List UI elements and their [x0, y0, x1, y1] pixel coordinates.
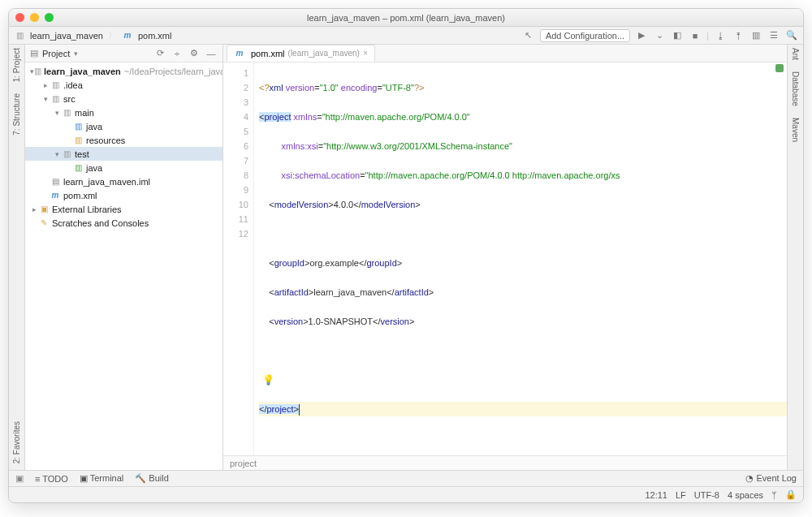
project-panel-label[interactable]: Project [42, 49, 70, 58]
run-icon[interactable]: ▶ [635, 29, 648, 42]
lock-icon[interactable]: 🔒 [785, 489, 797, 500]
tree-node[interactable]: ▾test [25, 147, 222, 161]
code-text[interactable]: <?xml version="1.0" encoding="UTF-8"?> <… [254, 62, 787, 455]
gear-icon[interactable]: ⚙ [188, 47, 201, 60]
indent-setting[interactable]: 4 spaces [728, 490, 763, 500]
zoom-window-button[interactable] [45, 13, 54, 22]
line-number[interactable]: 2 [223, 80, 248, 95]
text-caret [299, 404, 300, 416]
xml-file-icon [122, 30, 133, 41]
status-bar: 12:11 LF UTF-8 4 spaces ᛘ 🔒 [9, 486, 803, 502]
close-window-button[interactable] [15, 13, 24, 22]
breadcrumb-file[interactable]: pom.xml [122, 30, 172, 41]
stop-icon[interactable]: ■ [689, 29, 702, 42]
tree-node[interactable]: ▾src [25, 92, 222, 106]
tree-node[interactable]: ▸External Libraries [25, 202, 222, 216]
sync-icon[interactable]: ⟳ [153, 47, 166, 60]
toolwindow-toggle-icon[interactable]: ▣ [15, 473, 24, 484]
tree-disclosure-icon[interactable]: ▾ [53, 150, 61, 158]
tree-node-label: main [75, 108, 94, 118]
tool-tab-project[interactable]: 1: Project [12, 48, 21, 82]
folder-icon [14, 30, 25, 41]
tree-node-label: pom.xml [63, 191, 97, 200]
navigation-bar: learn_java_maven 〉 pom.xml ↖ Add Configu… [9, 27, 803, 45]
ext-icon [38, 204, 50, 215]
tree-node-label: Scratches and Consoles [52, 218, 149, 228]
tree-node[interactable]: learn_java_maven.iml [25, 174, 222, 188]
editor-tab-label: pom.xml [251, 49, 285, 58]
intention-bulb-icon[interactable]: 💡 [262, 373, 274, 387]
divide-icon[interactable]: ÷ [171, 47, 184, 60]
tree-disclosure-icon[interactable]: ▾ [41, 95, 50, 103]
close-tab-icon[interactable]: × [363, 49, 368, 58]
debug-icon[interactable]: ⌄ [653, 29, 666, 42]
ide-window: learn_java_maven – pom.xml (learn_java_m… [8, 8, 804, 503]
folder-icon [50, 93, 61, 105]
tree-node[interactable]: Scratches and Consoles [25, 216, 222, 230]
right-tool-strip: Ant Database Maven [787, 45, 803, 470]
cursor-position[interactable]: 12:11 [645, 490, 667, 500]
line-number[interactable]: 5 [223, 124, 248, 139]
tool-tab-build[interactable]: 🔨 Build [135, 473, 169, 484]
line-separator[interactable]: LF [676, 490, 686, 500]
collapse-icon[interactable]: — [205, 47, 218, 60]
coverage-icon[interactable]: ◧ [671, 29, 684, 42]
window-controls [15, 13, 54, 22]
line-number[interactable]: 10 [223, 197, 248, 212]
tool-tab-terminal[interactable]: ▣ Terminal [80, 473, 123, 484]
bottom-tool-bar: ▣ ≡ TODO ▣ Terminal 🔨 Build ◔ Event Log [9, 470, 803, 486]
event-log-button[interactable]: ◔ Event Log [745, 473, 797, 484]
tree-node-label: java [86, 163, 102, 173]
tree-node-label: learn_java_maven [44, 67, 121, 76]
line-number[interactable]: 7 [223, 153, 248, 168]
editor-breadcrumb-item[interactable]: project [230, 459, 257, 468]
project-tree[interactable]: ▾learn_java_maven~/IdeaProjects/learn_ja… [25, 62, 222, 470]
hierarchy-icon[interactable]: ☰ [767, 29, 780, 42]
chevron-down-icon[interactable]: ▾ [74, 50, 78, 58]
line-number[interactable]: 12 [223, 226, 248, 241]
tree-node[interactable]: ▾main [25, 106, 222, 119]
line-number[interactable]: 6 [223, 139, 248, 153]
tree-node[interactable]: pom.xml [25, 188, 222, 202]
show-icon[interactable]: ▥ [749, 29, 762, 42]
editor-tab-sublabel: (learn_java_maven) [288, 49, 360, 58]
tree-disclosure-icon[interactable]: ▾ [53, 109, 61, 117]
breadcrumb: learn_java_maven 〉 pom.xml [14, 29, 171, 41]
tool-tab-structure[interactable]: 7: Structure [12, 93, 21, 136]
tree-node-label: .idea [63, 80, 83, 90]
minimize-window-button[interactable] [30, 13, 39, 22]
breadcrumb-separator: 〉 [108, 29, 117, 41]
tool-tab-todo[interactable]: ≡ TODO [35, 474, 68, 484]
editor-breadcrumb[interactable]: project [223, 455, 787, 470]
tree-node[interactable]: ▾learn_java_maven~/IdeaProjects/learn_ja… [25, 64, 222, 78]
tool-tab-database[interactable]: Database [791, 71, 800, 106]
wand-icon[interactable]: ↖ [522, 29, 535, 42]
file-encoding[interactable]: UTF-8 [694, 490, 719, 500]
add-configuration-button[interactable]: Add Configuration... [540, 29, 630, 42]
breadcrumb-root[interactable]: learn_java_maven [14, 30, 103, 41]
tree-node[interactable]: ▸.idea [25, 78, 222, 92]
tree-node[interactable]: java [25, 119, 222, 133]
tool-tab-ant[interactable]: Ant [791, 48, 800, 60]
tree-node-label: java [86, 122, 102, 131]
editor-tab-pomxml[interactable]: pom.xml (learn_java_maven) × [227, 45, 375, 62]
line-number[interactable]: 8 [223, 168, 248, 183]
tool-tab-favorites[interactable]: 2: Favorites [12, 421, 21, 463]
git-push-icon[interactable]: ⭱ [732, 29, 745, 42]
folder-icon [61, 107, 72, 118]
git-branch-icon[interactable]: ᛘ [771, 490, 777, 500]
tree-node[interactable]: java [25, 161, 222, 174]
code-editor[interactable]: 123456789101112 <?xml version="1.0" enco… [223, 62, 787, 455]
tree-disclosure-icon[interactable]: ▸ [41, 81, 50, 89]
git-pull-icon[interactable]: ⭳ [714, 29, 727, 42]
tree-node[interactable]: resources [25, 133, 222, 147]
tool-tab-maven[interactable]: Maven [791, 118, 800, 142]
line-number[interactable]: 4 [223, 110, 248, 124]
line-number[interactable]: 1 [223, 66, 248, 80]
search-icon[interactable]: 🔍 [785, 29, 798, 42]
line-number[interactable]: 11 [223, 212, 248, 226]
line-number[interactable]: 9 [223, 183, 248, 197]
tree-disclosure-icon[interactable]: ▸ [30, 205, 38, 213]
line-number[interactable]: 3 [223, 95, 248, 110]
tree-node-label: learn_java_maven.iml [63, 177, 150, 187]
